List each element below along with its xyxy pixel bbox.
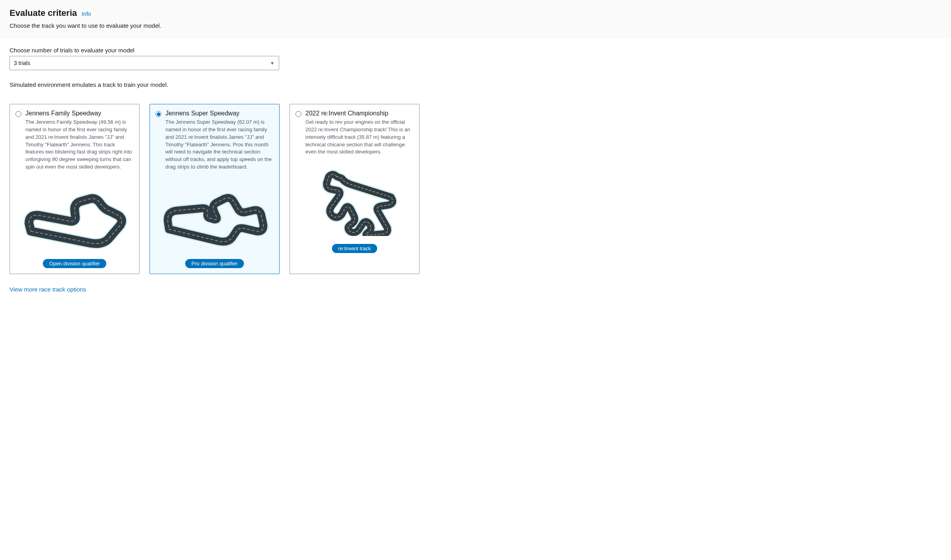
track-cards-row: Jennens Family Speedway The Jennens Fami… (10, 104, 941, 274)
track-image (295, 161, 414, 240)
title-row: Evaluate criteria Info (10, 8, 941, 18)
track-card-jennens-family[interactable]: Jennens Family Speedway The Jennens Fami… (10, 104, 140, 274)
track-card-jennens-super[interactable]: Jennens Super Speedway The Jennens Super… (150, 104, 280, 274)
card-header: Jennens Family Speedway (15, 110, 134, 117)
track-map-icon (299, 165, 410, 236)
page-subtitle: Choose the track you want to use to eval… (10, 22, 941, 29)
view-more-tracks-link[interactable]: View more race track options (10, 286, 941, 293)
badge-row: Pro division qualifier (155, 259, 274, 268)
radio-button[interactable] (295, 111, 301, 117)
trials-label: Choose number of trials to evaluate your… (10, 47, 941, 54)
badge-row: re:Invent track (295, 244, 414, 253)
track-badge: Pro division qualifier (185, 259, 244, 268)
track-map-icon (159, 180, 270, 251)
track-name: 2022 re:Invent Championship (305, 110, 388, 117)
track-description: Get ready to rev your engines on the off… (305, 119, 414, 156)
track-description: The Jennens Super Speedway (62.07 m) is … (165, 119, 274, 171)
radio-button[interactable] (15, 111, 21, 117)
card-header: 2022 re:Invent Championship (295, 110, 414, 117)
sim-environment-text: Simulated environment emulates a track t… (10, 81, 941, 88)
info-link[interactable]: Info (82, 11, 91, 17)
track-badge: re:Invent track (332, 244, 377, 253)
track-name: Jennens Super Speedway (165, 110, 240, 117)
track-image (155, 176, 274, 255)
trials-select[interactable]: 3 trials ▼ (10, 56, 279, 70)
track-map-icon (19, 180, 130, 251)
trials-select-value: 3 trials (10, 56, 279, 70)
radio-button[interactable] (155, 111, 161, 117)
content-section: Choose number of trials to evaluate your… (0, 37, 951, 302)
track-image (15, 176, 134, 255)
track-badge: Open division qualifier (43, 259, 106, 268)
page-title: Evaluate criteria (10, 8, 77, 18)
track-name: Jennens Family Speedway (25, 110, 101, 117)
track-description: The Jennens Family Speedway (49.56 m) is… (25, 119, 134, 171)
track-card-reinvent-2022[interactable]: 2022 re:Invent Championship Get ready to… (290, 104, 420, 274)
badge-row: Open division qualifier (15, 259, 134, 268)
header-section: Evaluate criteria Info Choose the track … (0, 0, 951, 37)
card-header: Jennens Super Speedway (155, 110, 274, 117)
